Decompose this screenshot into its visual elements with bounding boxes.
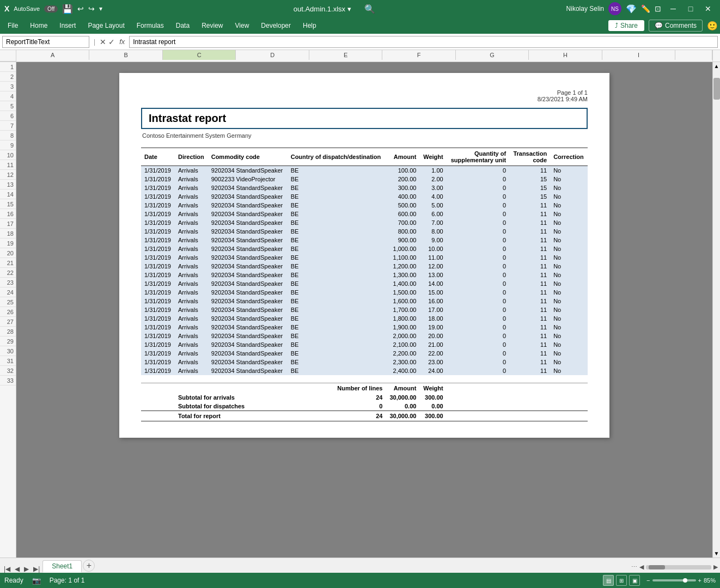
- scroll-thumb[interactable]: [713, 78, 720, 100]
- table-row: 1/31/2019 Arrivals 9202034 StandardSpeak…: [141, 340, 588, 349]
- row-24[interactable]: 24: [0, 287, 16, 297]
- col-B[interactable]: B: [89, 50, 162, 60]
- sheet-content[interactable]: Page 1 of 1 8/23/2021 9:49 AM Intrastat …: [16, 62, 712, 558]
- row-23[interactable]: 23: [0, 278, 16, 287]
- row-8[interactable]: 8: [0, 131, 16, 140]
- diamond-icon[interactable]: 💎: [626, 4, 637, 14]
- row-3[interactable]: 3: [0, 82, 16, 91]
- scroll-down-btn[interactable]: ▼: [713, 549, 720, 558]
- col-J[interactable]: [675, 50, 712, 60]
- select-all-corner[interactable]: [0, 50, 16, 62]
- row-19[interactable]: 19: [0, 238, 16, 248]
- row-22[interactable]: 22: [0, 268, 16, 278]
- horizontal-scrollbar[interactable]: [646, 565, 711, 569]
- row-2[interactable]: 2: [0, 72, 16, 82]
- save-icon[interactable]: 💾: [62, 4, 73, 14]
- tab-options-icon[interactable]: ⋯: [631, 564, 637, 571]
- menu-formulas[interactable]: Formulas: [131, 20, 169, 32]
- confirm-formula-icon[interactable]: ✓: [108, 38, 115, 46]
- row-29[interactable]: 29: [0, 336, 16, 346]
- customize-icon[interactable]: ▾: [99, 5, 102, 13]
- cell-direction: Arrivals: [175, 340, 208, 349]
- cell-country: BE: [288, 244, 386, 253]
- menu-view[interactable]: View: [230, 20, 255, 32]
- menu-home[interactable]: Home: [25, 20, 53, 32]
- page-layout-view-icon[interactable]: ▣: [629, 575, 640, 586]
- menu-file[interactable]: File: [2, 20, 23, 32]
- row-18[interactable]: 18: [0, 229, 16, 238]
- h-scroll-right-btn[interactable]: ▶: [713, 564, 718, 571]
- pen-icon[interactable]: ✏️: [641, 4, 650, 13]
- row-17[interactable]: 17: [0, 219, 16, 229]
- tab-last-icon[interactable]: ▶|: [32, 565, 41, 573]
- row-25[interactable]: 25: [0, 297, 16, 307]
- row-33[interactable]: 33: [0, 376, 16, 385]
- row-27[interactable]: 27: [0, 317, 16, 327]
- row-32[interactable]: 32: [0, 366, 16, 376]
- formula-input[interactable]: [129, 36, 718, 48]
- col-E[interactable]: E: [309, 50, 382, 60]
- row-28[interactable]: 28: [0, 327, 16, 336]
- menu-developer[interactable]: Developer: [255, 20, 296, 32]
- autosave-toggle[interactable]: Off: [44, 5, 58, 13]
- row-10[interactable]: 10: [0, 150, 16, 160]
- page-break-view-icon[interactable]: ⊞: [616, 575, 627, 586]
- zoom-in-icon[interactable]: +: [698, 577, 701, 584]
- row-21[interactable]: 21: [0, 258, 16, 268]
- menu-page-layout[interactable]: Page Layout: [82, 20, 130, 32]
- minimize-button[interactable]: ─: [666, 3, 681, 14]
- tab-sheet1[interactable]: Sheet1: [42, 560, 82, 573]
- h-scroll-thumb[interactable]: [649, 565, 665, 569]
- menu-review[interactable]: Review: [196, 20, 228, 32]
- restore-icon[interactable]: ⊡: [655, 4, 661, 13]
- emoji-icon[interactable]: 🙂: [707, 21, 718, 31]
- col-A[interactable]: A: [16, 50, 89, 60]
- zoom-out-icon[interactable]: −: [646, 577, 650, 584]
- row-5[interactable]: 5: [0, 101, 16, 111]
- col-F[interactable]: F: [382, 50, 455, 60]
- row-30[interactable]: 30: [0, 346, 16, 356]
- tab-prev-icon[interactable]: ◀: [13, 565, 21, 573]
- col-C[interactable]: C: [163, 50, 236, 60]
- scroll-up-btn[interactable]: ▲: [713, 62, 720, 70]
- col-I[interactable]: I: [602, 50, 675, 60]
- menu-insert[interactable]: Insert: [54, 20, 81, 32]
- vertical-scrollbar[interactable]: ▲ ▼: [712, 62, 720, 558]
- add-sheet-button[interactable]: +: [83, 560, 95, 572]
- row-6[interactable]: 6: [0, 111, 16, 121]
- maximize-button[interactable]: □: [683, 3, 698, 14]
- comments-button[interactable]: 💬 Comments: [649, 20, 703, 32]
- search-icon[interactable]: 🔍: [364, 4, 375, 14]
- row-16[interactable]: 16: [0, 209, 16, 219]
- tab-first-icon[interactable]: |◀: [2, 565, 12, 573]
- name-box[interactable]: [2, 36, 89, 48]
- row-9[interactable]: 9: [0, 140, 16, 150]
- tab-bar: |◀ ◀ ▶ ▶| Sheet1 + ⋯ ◀ ▶: [0, 558, 720, 573]
- menu-help[interactable]: Help: [297, 20, 322, 32]
- tab-next-icon[interactable]: ▶: [22, 565, 30, 573]
- row-7[interactable]: 7: [0, 121, 16, 131]
- row-14[interactable]: 14: [0, 189, 16, 199]
- col-D[interactable]: D: [236, 50, 309, 60]
- row-15[interactable]: 15: [0, 199, 16, 209]
- row-1[interactable]: 1: [0, 62, 16, 72]
- undo-icon[interactable]: ↩: [77, 4, 84, 13]
- cancel-formula-icon[interactable]: ✕: [100, 38, 106, 46]
- row-12[interactable]: 12: [0, 170, 16, 180]
- col-H[interactable]: H: [529, 50, 602, 60]
- row-11[interactable]: 11: [0, 160, 16, 170]
- row-26[interactable]: 26: [0, 307, 16, 317]
- redo-icon[interactable]: ↪: [88, 4, 95, 13]
- menu-data[interactable]: Data: [170, 20, 195, 32]
- close-button[interactable]: ✕: [700, 3, 716, 14]
- col-G[interactable]: G: [456, 50, 529, 60]
- zoom-slider[interactable]: [652, 579, 696, 581]
- normal-view-icon[interactable]: ▤: [603, 575, 614, 586]
- h-scroll-left-btn[interactable]: ◀: [639, 564, 644, 571]
- row-4[interactable]: 4: [0, 91, 16, 101]
- row-13[interactable]: 13: [0, 180, 16, 189]
- share-button[interactable]: ⤴ Share: [608, 20, 644, 31]
- filename-dropdown-icon[interactable]: ▾: [347, 5, 351, 13]
- row-31[interactable]: 31: [0, 356, 16, 366]
- row-20[interactable]: 20: [0, 248, 16, 258]
